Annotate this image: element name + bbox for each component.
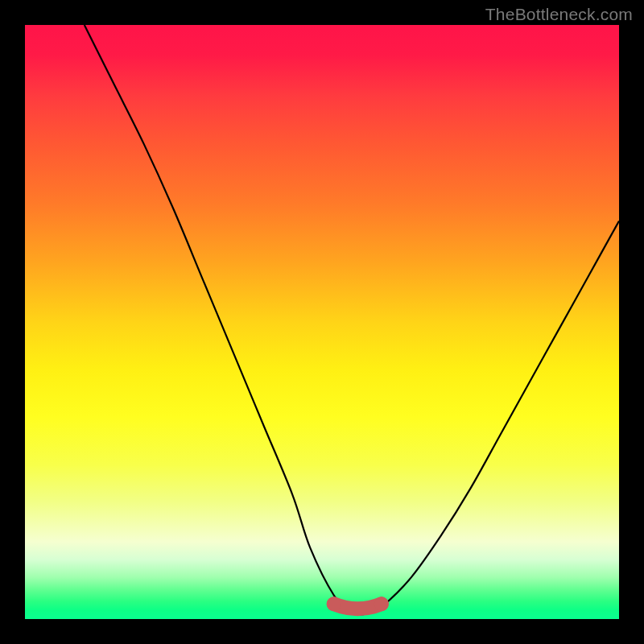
optimal-range-marker	[25, 25, 619, 619]
watermark-text: TheBottleneck.com	[485, 5, 633, 24]
svg-point-0	[327, 597, 341, 611]
svg-point-1	[374, 597, 389, 611]
plot-area	[25, 25, 619, 619]
chart-frame: TheBottleneck.com	[0, 0, 644, 644]
